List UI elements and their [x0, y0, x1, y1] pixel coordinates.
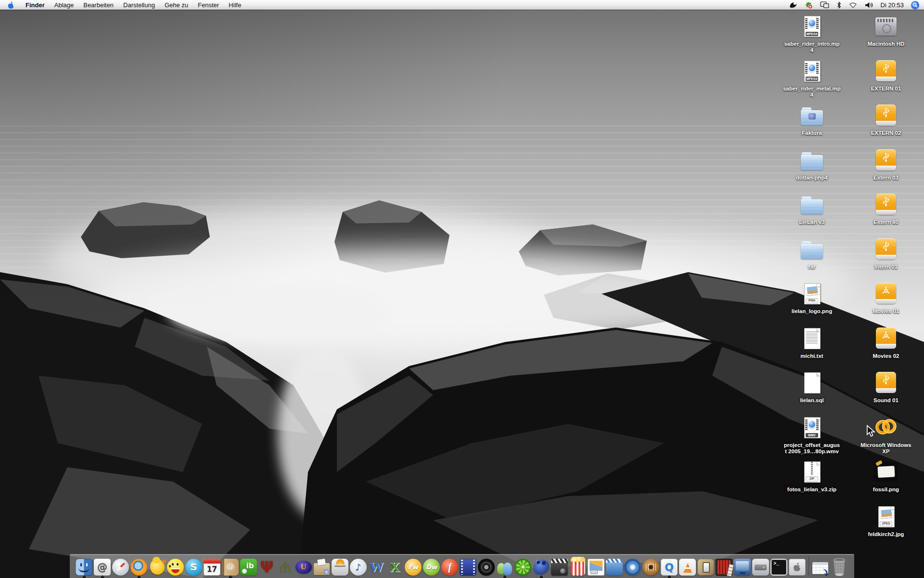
menu-item-ablage[interactable]: Ablage [50, 0, 78, 10]
dock-camera-lens-icon[interactable] [477, 558, 495, 576]
toast-burner-icon [332, 559, 348, 576]
desktop-icon-label: fossil.png [873, 486, 899, 493]
dock-itunes-icon[interactable]: ♪ [349, 558, 367, 576]
dock-ib-app-icon[interactable]: ib [240, 558, 257, 576]
desktop-icon-extern-01[interactable]: EXTERN 01 [857, 59, 915, 92]
fw-drive-icon [871, 282, 901, 307]
dock-theater-curtain-icon[interactable] [715, 558, 733, 576]
menu-item-hilfe[interactable]: Hilfe [224, 0, 246, 10]
desktop-icon-movies-02[interactable]: Movies 02 [857, 327, 915, 359]
menu-item-bearbeiten[interactable]: Bearbeiten [78, 0, 118, 10]
dock-lime-slice-icon[interactable] [514, 558, 532, 576]
idvd-icon [624, 559, 641, 576]
desktop-icon-lielan-v3[interactable]: LieLan v3 [783, 193, 841, 225]
dock-trash-icon[interactable] [830, 558, 849, 576]
spotlight-icon[interactable] [911, 1, 919, 9]
dock-safari-icon[interactable] [112, 558, 129, 576]
dock-mail-icon[interactable]: @ [93, 558, 111, 576]
dock-cyberduck-icon[interactable] [148, 558, 166, 576]
desktop-icon-lielan-sql[interactable]: lielan.sql [783, 371, 841, 404]
desktop-icon-saber-rider-intro[interactable]: MPEG4saber_rider_intro.mp4 [783, 14, 841, 53]
bluetooth-icon[interactable] [836, 0, 842, 10]
desktop-icon-extern-03[interactable]: Extern 03 [857, 148, 915, 181]
running-indicator [667, 575, 671, 578]
desktop-icon-intern-01[interactable]: Intern 01 [857, 237, 915, 270]
desktop-icon-faktura[interactable]: Faktura [783, 104, 841, 136]
desktop-icon-dotlan-php4[interactable]: dotlan-php4 [783, 148, 841, 181]
dock-flash-icon[interactable]: f [441, 558, 459, 576]
iphoto-icon [588, 559, 604, 576]
menu-item-finder[interactable]: Finder [21, 0, 50, 10]
dock-finder-icon[interactable] [75, 558, 93, 576]
menu-item-gehe-zu[interactable]: Gehe zu [160, 0, 193, 10]
menu-item-darstellung[interactable]: Darstellung [118, 0, 160, 10]
menu-item-fenster[interactable]: Fenster [193, 0, 224, 10]
dock-ical-icon[interactable]: 17 [203, 558, 221, 576]
skype-icon: S [185, 559, 202, 576]
dock-displays-app-icon[interactable] [733, 558, 751, 576]
dock-ichat-icon[interactable] [496, 558, 513, 576]
dock-toast-burner-icon[interactable] [331, 558, 349, 576]
dock-quake3-icon[interactable]: Ψ [258, 558, 276, 576]
dock-ms-excel-icon[interactable]: X [386, 558, 404, 576]
dock-filmstrip-app-icon[interactable] [459, 558, 477, 576]
desktop-icon-project-offset[interactable]: WMVproject_offset_august 2005_19…80p.wmv [783, 416, 841, 455]
dock-dreamweaver-icon[interactable]: Dw [423, 558, 440, 576]
sync-error-icon[interactable] [805, 0, 813, 10]
desktop-icon-label: Extern 80 [873, 219, 898, 225]
desktop-icon-feldkirch2-jpg[interactable]: JPEGfeldkirch2.jpg [857, 505, 915, 538]
dock-unreal-sphere-icon[interactable]: U [295, 558, 312, 576]
qt-doc-icon: MPEG4 [796, 59, 827, 84]
desktop-icon-extern-02[interactable]: EXTERN 02 [857, 104, 915, 136]
dock-apple-system-icon[interactable] [788, 558, 806, 576]
dock-disk-utility-icon[interactable] [752, 558, 770, 576]
dock-firefox-icon[interactable] [130, 558, 148, 576]
ib-app-icon: ib [240, 559, 257, 576]
dock-package-box-icon[interactable] [313, 558, 331, 576]
running-indicator [101, 575, 104, 578]
displays-mirroring-icon[interactable] [820, 0, 829, 10]
dock-blue-frog-icon[interactable] [532, 558, 550, 576]
dock-idvd-icon[interactable] [624, 558, 642, 576]
dock-clapperboard-camera-icon[interactable] [551, 558, 568, 576]
dock-quicktime-icon[interactable]: Q [660, 558, 678, 576]
dock-iphoto-icon[interactable] [587, 558, 605, 576]
dock-popcorn-icon[interactable] [569, 558, 587, 576]
dock-vlc-cone-icon[interactable] [679, 558, 696, 576]
desktop-icon-extern-80[interactable]: Extern 80 [857, 193, 915, 225]
dock-glyph: Ψ [260, 558, 273, 576]
volume-icon[interactable] [864, 0, 873, 10]
dock-imovie-icon[interactable] [605, 558, 623, 576]
dock-skype-icon[interactable]: S [185, 558, 203, 576]
dock-ms-word-icon[interactable]: W [368, 558, 385, 576]
dock-glyph: >_ [773, 561, 779, 566]
dock-glyph: @ [97, 561, 107, 573]
desktop-icon-movies-01[interactable]: Movies 01 [857, 282, 915, 315]
airport-icon[interactable] [849, 0, 857, 10]
desktop-icon-saber-rider-metal[interactable]: MPEG4saber_rider_metal.mp4 [783, 59, 841, 98]
trash-icon [831, 559, 848, 576]
dock-fireworks-icon[interactable]: Fw [404, 558, 422, 576]
apple-menu[interactable] [0, 0, 21, 10]
desktop-icon-microsoft-windows-xp[interactable]: Microsoft Windows XP [857, 416, 915, 455]
dock-address-book-icon[interactable]: @ [221, 558, 239, 576]
dock-messenger-smiley-icon[interactable] [167, 558, 184, 576]
dock-garageband-guitar-icon[interactable] [642, 558, 660, 576]
dock-glyph: W [370, 559, 384, 575]
desktop-icon-michi-txt[interactable]: michi.txt [783, 327, 841, 359]
menu-clock[interactable]: Di 20:53 [881, 1, 904, 9]
dock-tan-utility-icon[interactable] [697, 558, 715, 576]
displays-app-icon [734, 559, 751, 576]
disk-utility-icon [752, 559, 769, 576]
dock-quake-icon[interactable]: Ψ [276, 558, 294, 576]
desktop-icon-macintosh-hd[interactable]: Macintosh HD [857, 14, 915, 47]
dock-terminal-icon[interactable]: >_ [770, 558, 788, 576]
desktop-icon-fossil-png[interactable]: fossil.png [857, 460, 915, 493]
dock-minimized-window[interactable] [811, 558, 829, 576]
quicksilver-icon[interactable] [789, 0, 797, 10]
desktop-icon-fotos-lielan-zip[interactable]: ZIPfotos_lielan_v3.zip [783, 460, 841, 493]
desktop-icon-lielan-logo[interactable]: PNGlielan_logo.png [783, 282, 841, 315]
desktop-icon-sound-01[interactable]: Sound 01 [857, 371, 915, 404]
camera-lens-icon [478, 559, 495, 576]
desktop-icon-rar[interactable]: rar [783, 237, 841, 270]
